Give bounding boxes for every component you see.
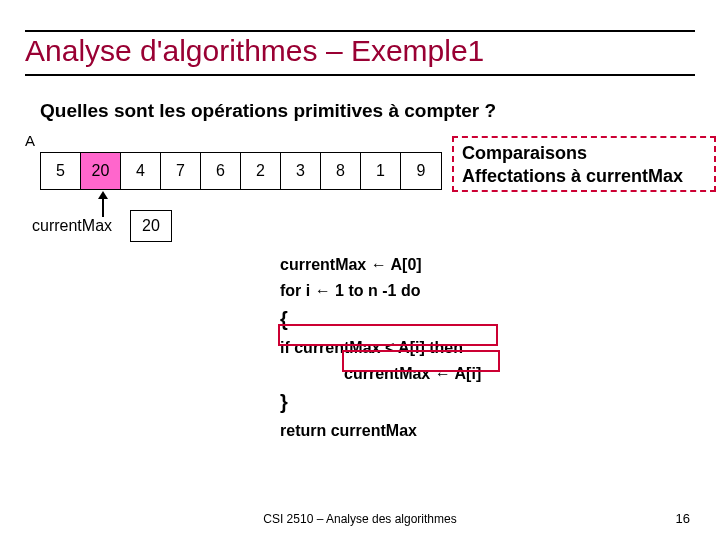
array-cell: 3 — [281, 153, 321, 189]
array-cell: 1 — [361, 153, 401, 189]
algo-return-line: return currentMax — [280, 418, 481, 444]
current-max-label: currentMax — [32, 217, 112, 235]
current-max-box: 20 — [130, 210, 172, 242]
array-name-label: A — [25, 132, 35, 149]
footer-text: CSI 2510 – Analyse des algorithmes — [0, 512, 720, 526]
operations-line: Comparaisons — [462, 142, 706, 165]
highlight-box-assignment — [342, 350, 500, 372]
array-cell: 9 — [401, 153, 441, 189]
algorithm-block: currentMax ← A[0] for i ← 1 to n -1 do {… — [280, 252, 481, 444]
array-cell: 2 — [241, 153, 281, 189]
page-number: 16 — [676, 511, 690, 526]
slide-title: Analyse d'algorithmes – Exemple1 — [25, 34, 695, 76]
array-cell: 4 — [121, 153, 161, 189]
svg-marker-1 — [98, 191, 108, 199]
operations-line: Affectations à currentMax — [462, 165, 706, 188]
algo-line: for i ← 1 to n -1 do — [280, 278, 481, 304]
operations-callout: Comparaisons Affectations à currentMax — [452, 136, 716, 192]
array-container: 5 20 4 7 6 2 3 8 1 9 — [40, 152, 442, 190]
array-cell: 5 — [41, 153, 81, 189]
up-arrow-icon — [98, 191, 108, 217]
array-cell: 7 — [161, 153, 201, 189]
array-cell: 20 — [81, 153, 121, 189]
slide-subtitle: Quelles sont les opérations primitives à… — [40, 100, 496, 122]
highlight-box-comparison — [278, 324, 498, 346]
array-cell: 6 — [201, 153, 241, 189]
algo-brace-close: } — [280, 386, 481, 418]
array-cell: 8 — [321, 153, 361, 189]
algo-line: currentMax ← A[0] — [280, 252, 481, 278]
title-rule-top — [25, 30, 695, 32]
